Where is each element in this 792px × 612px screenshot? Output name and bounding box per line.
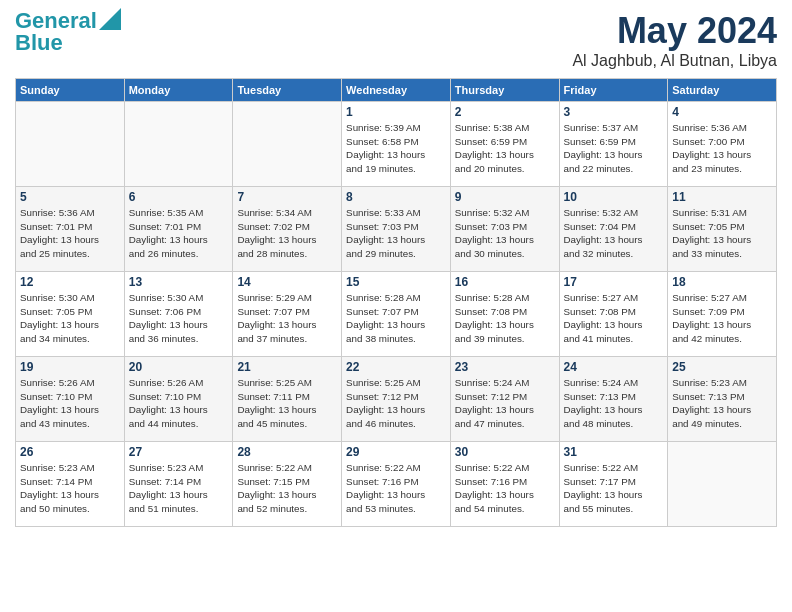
day-number: 19	[20, 360, 120, 374]
day-info: Sunrise: 5:31 AM Sunset: 7:05 PM Dayligh…	[672, 206, 772, 261]
day-number: 18	[672, 275, 772, 289]
day-number: 11	[672, 190, 772, 204]
day-number: 2	[455, 105, 555, 119]
day-number: 20	[129, 360, 229, 374]
calendar-week-4: 19Sunrise: 5:26 AM Sunset: 7:10 PM Dayli…	[16, 357, 777, 442]
day-number: 12	[20, 275, 120, 289]
day-number: 15	[346, 275, 446, 289]
day-info: Sunrise: 5:29 AM Sunset: 7:07 PM Dayligh…	[237, 291, 337, 346]
calendar-cell: 12Sunrise: 5:30 AM Sunset: 7:05 PM Dayli…	[16, 272, 125, 357]
title-block: May 2024 Al Jaghbub, Al Butnan, Libya	[572, 10, 777, 70]
day-info: Sunrise: 5:39 AM Sunset: 6:58 PM Dayligh…	[346, 121, 446, 176]
calendar-cell: 28Sunrise: 5:22 AM Sunset: 7:15 PM Dayli…	[233, 442, 342, 527]
calendar-cell: 16Sunrise: 5:28 AM Sunset: 7:08 PM Dayli…	[450, 272, 559, 357]
day-info: Sunrise: 5:25 AM Sunset: 7:12 PM Dayligh…	[346, 376, 446, 431]
day-number: 14	[237, 275, 337, 289]
day-info: Sunrise: 5:30 AM Sunset: 7:06 PM Dayligh…	[129, 291, 229, 346]
page-header: General Blue May 2024 Al Jaghbub, Al But…	[15, 10, 777, 70]
day-info: Sunrise: 5:22 AM Sunset: 7:16 PM Dayligh…	[346, 461, 446, 516]
calendar-cell: 27Sunrise: 5:23 AM Sunset: 7:14 PM Dayli…	[124, 442, 233, 527]
day-number: 6	[129, 190, 229, 204]
col-monday: Monday	[124, 79, 233, 102]
calendar-cell	[124, 102, 233, 187]
calendar-cell	[233, 102, 342, 187]
svg-marker-0	[99, 8, 121, 30]
calendar-cell: 1Sunrise: 5:39 AM Sunset: 6:58 PM Daylig…	[342, 102, 451, 187]
day-info: Sunrise: 5:32 AM Sunset: 7:04 PM Dayligh…	[564, 206, 664, 261]
day-info: Sunrise: 5:38 AM Sunset: 6:59 PM Dayligh…	[455, 121, 555, 176]
day-info: Sunrise: 5:27 AM Sunset: 7:09 PM Dayligh…	[672, 291, 772, 346]
calendar-cell: 31Sunrise: 5:22 AM Sunset: 7:17 PM Dayli…	[559, 442, 668, 527]
calendar-cell: 2Sunrise: 5:38 AM Sunset: 6:59 PM Daylig…	[450, 102, 559, 187]
calendar-cell: 29Sunrise: 5:22 AM Sunset: 7:16 PM Dayli…	[342, 442, 451, 527]
calendar-cell: 7Sunrise: 5:34 AM Sunset: 7:02 PM Daylig…	[233, 187, 342, 272]
col-tuesday: Tuesday	[233, 79, 342, 102]
day-info: Sunrise: 5:22 AM Sunset: 7:16 PM Dayligh…	[455, 461, 555, 516]
calendar-cell: 6Sunrise: 5:35 AM Sunset: 7:01 PM Daylig…	[124, 187, 233, 272]
day-number: 30	[455, 445, 555, 459]
day-info: Sunrise: 5:23 AM Sunset: 7:13 PM Dayligh…	[672, 376, 772, 431]
calendar-cell: 26Sunrise: 5:23 AM Sunset: 7:14 PM Dayli…	[16, 442, 125, 527]
day-info: Sunrise: 5:34 AM Sunset: 7:02 PM Dayligh…	[237, 206, 337, 261]
calendar-table: Sunday Monday Tuesday Wednesday Thursday…	[15, 78, 777, 527]
calendar-week-5: 26Sunrise: 5:23 AM Sunset: 7:14 PM Dayli…	[16, 442, 777, 527]
calendar-header-row: Sunday Monday Tuesday Wednesday Thursday…	[16, 79, 777, 102]
day-number: 31	[564, 445, 664, 459]
day-info: Sunrise: 5:24 AM Sunset: 7:13 PM Dayligh…	[564, 376, 664, 431]
day-info: Sunrise: 5:25 AM Sunset: 7:11 PM Dayligh…	[237, 376, 337, 431]
calendar-title: May 2024	[572, 10, 777, 52]
day-number: 22	[346, 360, 446, 374]
calendar-cell: 19Sunrise: 5:26 AM Sunset: 7:10 PM Dayli…	[16, 357, 125, 442]
day-info: Sunrise: 5:22 AM Sunset: 7:17 PM Dayligh…	[564, 461, 664, 516]
calendar-cell: 22Sunrise: 5:25 AM Sunset: 7:12 PM Dayli…	[342, 357, 451, 442]
calendar-cell: 10Sunrise: 5:32 AM Sunset: 7:04 PM Dayli…	[559, 187, 668, 272]
day-info: Sunrise: 5:26 AM Sunset: 7:10 PM Dayligh…	[20, 376, 120, 431]
logo: General Blue	[15, 10, 121, 56]
calendar-week-3: 12Sunrise: 5:30 AM Sunset: 7:05 PM Dayli…	[16, 272, 777, 357]
day-info: Sunrise: 5:28 AM Sunset: 7:07 PM Dayligh…	[346, 291, 446, 346]
calendar-cell: 24Sunrise: 5:24 AM Sunset: 7:13 PM Dayli…	[559, 357, 668, 442]
calendar-cell: 30Sunrise: 5:22 AM Sunset: 7:16 PM Dayli…	[450, 442, 559, 527]
calendar-cell: 8Sunrise: 5:33 AM Sunset: 7:03 PM Daylig…	[342, 187, 451, 272]
calendar-cell	[16, 102, 125, 187]
day-info: Sunrise: 5:28 AM Sunset: 7:08 PM Dayligh…	[455, 291, 555, 346]
calendar-cell: 4Sunrise: 5:36 AM Sunset: 7:00 PM Daylig…	[668, 102, 777, 187]
day-number: 5	[20, 190, 120, 204]
day-info: Sunrise: 5:23 AM Sunset: 7:14 PM Dayligh…	[20, 461, 120, 516]
day-number: 23	[455, 360, 555, 374]
day-info: Sunrise: 5:26 AM Sunset: 7:10 PM Dayligh…	[129, 376, 229, 431]
day-number: 29	[346, 445, 446, 459]
day-number: 10	[564, 190, 664, 204]
calendar-week-1: 1Sunrise: 5:39 AM Sunset: 6:58 PM Daylig…	[16, 102, 777, 187]
day-info: Sunrise: 5:30 AM Sunset: 7:05 PM Dayligh…	[20, 291, 120, 346]
day-number: 27	[129, 445, 229, 459]
col-thursday: Thursday	[450, 79, 559, 102]
calendar-location: Al Jaghbub, Al Butnan, Libya	[572, 52, 777, 70]
calendar-cell: 21Sunrise: 5:25 AM Sunset: 7:11 PM Dayli…	[233, 357, 342, 442]
day-info: Sunrise: 5:37 AM Sunset: 6:59 PM Dayligh…	[564, 121, 664, 176]
calendar-cell: 23Sunrise: 5:24 AM Sunset: 7:12 PM Dayli…	[450, 357, 559, 442]
calendar-cell	[668, 442, 777, 527]
col-sunday: Sunday	[16, 79, 125, 102]
calendar-page: General Blue May 2024 Al Jaghbub, Al But…	[0, 0, 792, 612]
day-number: 21	[237, 360, 337, 374]
logo-text: General	[15, 10, 97, 32]
day-info: Sunrise: 5:35 AM Sunset: 7:01 PM Dayligh…	[129, 206, 229, 261]
day-number: 24	[564, 360, 664, 374]
day-number: 13	[129, 275, 229, 289]
day-number: 28	[237, 445, 337, 459]
calendar-cell: 25Sunrise: 5:23 AM Sunset: 7:13 PM Dayli…	[668, 357, 777, 442]
day-number: 16	[455, 275, 555, 289]
day-number: 7	[237, 190, 337, 204]
col-saturday: Saturday	[668, 79, 777, 102]
day-number: 8	[346, 190, 446, 204]
logo-icon	[99, 8, 121, 30]
calendar-cell: 14Sunrise: 5:29 AM Sunset: 7:07 PM Dayli…	[233, 272, 342, 357]
day-number: 4	[672, 105, 772, 119]
calendar-cell: 15Sunrise: 5:28 AM Sunset: 7:07 PM Dayli…	[342, 272, 451, 357]
day-info: Sunrise: 5:24 AM Sunset: 7:12 PM Dayligh…	[455, 376, 555, 431]
logo-blue: Blue	[15, 30, 63, 55]
calendar-cell: 20Sunrise: 5:26 AM Sunset: 7:10 PM Dayli…	[124, 357, 233, 442]
day-number: 25	[672, 360, 772, 374]
calendar-cell: 18Sunrise: 5:27 AM Sunset: 7:09 PM Dayli…	[668, 272, 777, 357]
